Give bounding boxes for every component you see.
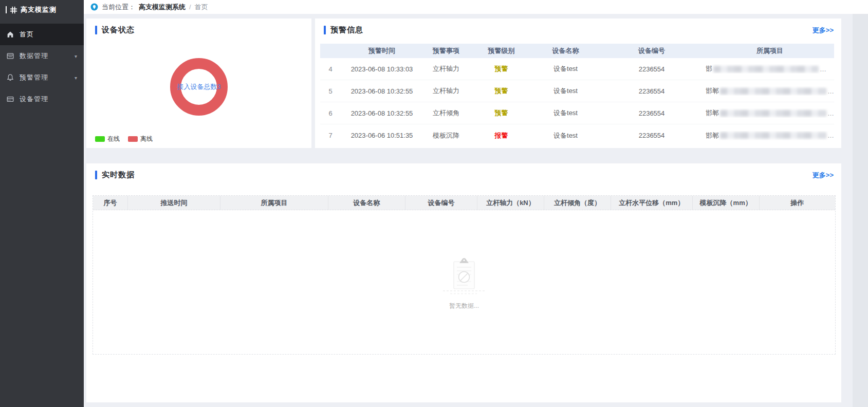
warnings-more-link[interactable]: 更多>>	[812, 26, 834, 35]
device-code: 2236554	[598, 87, 706, 95]
device-code: 2236554	[598, 109, 706, 117]
online-swatch	[95, 136, 105, 142]
title-accent-bar	[95, 26, 97, 34]
legend-label: 离线	[140, 135, 153, 143]
warning-item: 立杆轴力	[423, 86, 469, 96]
column-header: 所属项目	[220, 196, 328, 210]
realtime-table: 序号 推送时间 所属项目 设备名称 设备编号 立杆轴力（kN） 立杆倾角（度） …	[93, 195, 836, 355]
realtime-data-title: 实时数据	[102, 170, 135, 180]
realtime-table-header: 序号 推送时间 所属项目 设备名称 设备编号 立杆轴力（kN） 立杆倾角（度） …	[93, 196, 835, 210]
sidebar-item-label: 数据管理	[20, 51, 48, 61]
sidebar-item-warning-management[interactable]: 预警管理 ▾	[0, 67, 84, 88]
warning-time: 2023-06-08 10:32:55	[341, 109, 423, 117]
warning-time: 2023-06-06 10:51:35	[341, 132, 423, 139]
redacted-text	[720, 132, 826, 139]
legend-item-offline[interactable]: 离线	[128, 135, 153, 143]
grid-logo-icon	[10, 6, 17, 14]
device-status-title: 设备状态	[102, 25, 135, 35]
column-header: 预警级别	[469, 46, 533, 55]
row-seq: 6	[320, 109, 341, 117]
home-icon	[6, 30, 14, 39]
device-code: 2236554	[598, 132, 706, 139]
empty-state: 暂无数据...	[441, 256, 487, 310]
column-header: 操作	[760, 196, 835, 210]
column-header: 设备编号	[405, 196, 477, 210]
warning-item: 立杆倾角	[423, 108, 469, 118]
sidebar-item-data-management[interactable]: 数据管理 ▾	[0, 45, 84, 67]
column-header: 模板沉降（mm）	[693, 196, 760, 210]
donut-center-label: 接入设备总数3	[181, 69, 217, 105]
warnings-table-header: 预警时间 预警事项 预警级别 设备名称 设备编号 所属项目	[320, 44, 834, 58]
warning-level-badge: 预警	[469, 108, 533, 118]
device-name: 设备test	[533, 86, 598, 96]
data-icon	[6, 52, 14, 60]
sidebar-menu: 首页 数据管理 ▾ 预警管理 ▾	[0, 24, 84, 110]
warning-info-card: 预警信息 更多>> 预警时间 预警事项 预警级别 设备名称 设备编号 所属项目 …	[315, 18, 841, 148]
device-code: 2236554	[598, 65, 706, 73]
column-header: 推送时间	[128, 196, 221, 210]
column-header: 序号	[93, 196, 128, 210]
title-accent-bar	[95, 171, 97, 179]
empty-text: 暂无数据...	[441, 302, 487, 310]
sidebar-item-label: 首页	[20, 30, 34, 39]
warnings-table: 预警时间 预警事项 预警级别 设备名称 设备编号 所属项目 4 2023-06-…	[320, 44, 834, 146]
row-seq: 5	[320, 87, 341, 95]
warning-time: 2023-06-08 10:32:55	[341, 87, 423, 95]
legend-item-online[interactable]: 在线	[95, 135, 120, 143]
warning-row: 5 2023-06-08 10:32:55 立杆轴力 预警 设备test 223…	[320, 80, 834, 102]
column-header: 立杆轴力（kN）	[477, 196, 544, 210]
project-name: 邯郸…	[706, 108, 834, 118]
device-status-card: 设备状态 接入设备总数3 在线 离线	[86, 18, 311, 148]
breadcrumb-current: 首页	[195, 3, 208, 12]
warning-row: 4 2023-06-08 10:33:03 立杆轴力 预警 设备test 223…	[320, 58, 834, 80]
location-pin-icon	[90, 3, 98, 11]
device-name: 设备test	[533, 64, 598, 73]
chart-legend: 在线 离线	[95, 135, 153, 143]
redacted-text	[713, 66, 819, 72]
device-name: 设备test	[533, 108, 598, 118]
legend-label: 在线	[107, 135, 120, 143]
warning-item: 立杆轴力	[423, 64, 469, 73]
device-name: 设备test	[533, 131, 598, 140]
breadcrumb-prefix: 当前位置：	[102, 3, 135, 12]
column-header: 设备编号	[598, 46, 706, 55]
no-data-illustration	[441, 256, 487, 297]
chevron-down-icon: ▾	[75, 53, 78, 59]
realtime-more-link[interactable]: 更多>>	[812, 171, 834, 180]
column-header: 立杆倾角（度）	[544, 196, 611, 210]
breadcrumb: 当前位置： 高支模监测系统 / 首页	[84, 0, 868, 14]
warning-row: 7 2023-06-06 10:51:35 模板沉降 报警 设备test 223…	[320, 124, 834, 146]
redacted-text	[720, 110, 826, 117]
project-name: 邯郸…	[706, 131, 834, 140]
chevron-down-icon: ▾	[75, 75, 78, 81]
device-status-donut-chart: 接入设备总数3	[170, 58, 228, 116]
sidebar-item-label: 预警管理	[20, 73, 48, 82]
redacted-text	[720, 88, 826, 95]
column-header: 立杆水平位移（mm）	[611, 196, 693, 210]
column-header: 所属项目	[706, 46, 834, 55]
app-title: 高支模监测	[21, 5, 57, 14]
page: 高支模监测 首页 数据管理 ▾	[0, 0, 868, 407]
warning-level-badge: 预警	[469, 64, 533, 73]
warning-info-title: 预警信息	[330, 25, 363, 35]
sidebar-item-device-management[interactable]: 设备管理	[0, 88, 84, 110]
title-accent-bar	[324, 26, 326, 34]
realtime-data-card: 实时数据 更多>> 序号 推送时间 所属项目 设备名称 设备编号 立杆轴力（kN…	[86, 163, 841, 402]
column-header: 设备名称	[533, 46, 598, 55]
right-gutter	[853, 14, 868, 407]
column-header: 预警时间	[341, 46, 423, 55]
warning-item: 模板沉降	[423, 131, 469, 140]
logo-bar	[6, 6, 7, 13]
device-icon	[6, 95, 14, 103]
row-seq: 7	[320, 132, 341, 139]
project-name: 邯…	[706, 64, 834, 73]
row-seq: 4	[320, 65, 341, 73]
project-name: 邯郸…	[706, 86, 834, 96]
app-logo: 高支模监测	[0, 0, 84, 20]
warning-level-badge: 报警	[469, 131, 533, 140]
alert-icon	[6, 73, 14, 82]
sidebar-item-label: 设备管理	[20, 95, 48, 104]
warning-level-badge: 预警	[469, 86, 533, 96]
breadcrumb-system-link[interactable]: 高支模监测系统	[139, 3, 186, 12]
sidebar-item-home[interactable]: 首页	[0, 24, 84, 45]
